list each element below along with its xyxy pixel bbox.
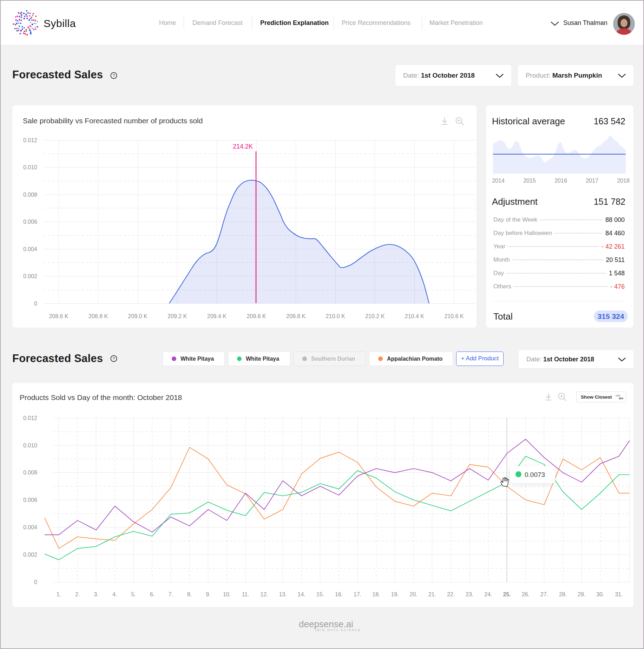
- svg-text:7.: 7.: [169, 591, 173, 597]
- svg-text:2018: 2018: [617, 178, 630, 184]
- svg-text:23.: 23.: [466, 591, 473, 597]
- svg-text:29.: 29.: [578, 591, 585, 597]
- svg-text:25.: 25.: [503, 591, 511, 597]
- svg-text:209.0 K: 209.0 K: [128, 313, 147, 319]
- svg-text:0: 0: [34, 579, 37, 585]
- svg-text:5.: 5.: [131, 591, 136, 597]
- svg-text:20.: 20.: [410, 591, 418, 597]
- svg-text:12.: 12.: [260, 591, 268, 597]
- svg-text:17.: 17.: [354, 591, 361, 597]
- svg-text:3.: 3.: [94, 591, 98, 597]
- svg-text:214.2K: 214.2K: [233, 143, 253, 150]
- svg-text:28.: 28.: [559, 591, 567, 597]
- svg-text:0.002: 0.002: [23, 273, 37, 279]
- svg-text:210.0 K: 210.0 K: [326, 313, 345, 319]
- svg-text:0.006: 0.006: [23, 497, 37, 503]
- svg-text:2014: 2014: [492, 178, 505, 184]
- svg-text:22.: 22.: [447, 591, 455, 597]
- svg-text:6.: 6.: [150, 591, 155, 597]
- svg-text:14.: 14.: [298, 591, 305, 597]
- svg-text:1.: 1.: [57, 591, 61, 597]
- svg-text:209.2 K: 209.2 K: [167, 313, 187, 319]
- svg-text:0.010: 0.010: [23, 164, 37, 170]
- svg-text:2015: 2015: [523, 178, 536, 184]
- svg-text:209.8 K: 209.8 K: [286, 313, 305, 319]
- svg-text:2016: 2016: [554, 178, 567, 184]
- svg-text:0.008: 0.008: [23, 470, 37, 476]
- svg-text:210.2 K: 210.2 K: [365, 313, 385, 319]
- svg-text:18.: 18.: [372, 591, 380, 597]
- svg-text:0.004: 0.004: [23, 246, 37, 252]
- svg-text:208.6 K: 208.6 K: [49, 313, 68, 319]
- svg-text:15.: 15.: [316, 591, 324, 597]
- svg-text:26.: 26.: [522, 591, 530, 597]
- svg-text:27.: 27.: [540, 591, 548, 597]
- svg-text:0.004: 0.004: [23, 524, 37, 530]
- svg-text:0.012: 0.012: [23, 137, 37, 143]
- svg-text:9.: 9.: [206, 591, 210, 597]
- svg-text:208.8 K: 208.8 K: [88, 313, 108, 319]
- svg-text:21.: 21.: [428, 591, 436, 597]
- svg-text:0.006: 0.006: [23, 219, 37, 225]
- svg-text:11.: 11.: [242, 591, 249, 597]
- svg-text:16.: 16.: [335, 591, 343, 597]
- svg-text:31.: 31.: [615, 591, 623, 597]
- svg-text:210.6 K: 210.6 K: [444, 313, 464, 319]
- svg-text:2017: 2017: [586, 178, 598, 184]
- svg-text:13.: 13.: [279, 591, 287, 597]
- svg-text:210.4 K: 210.4 K: [405, 313, 424, 319]
- svg-text:24.: 24.: [484, 591, 492, 597]
- svg-text:209.6 K: 209.6 K: [247, 313, 266, 319]
- svg-text:0: 0: [34, 301, 37, 307]
- svg-text:19.: 19.: [391, 591, 399, 597]
- svg-text:0.002: 0.002: [23, 552, 37, 558]
- svg-text:4.: 4.: [112, 591, 117, 597]
- svg-text:10.: 10.: [223, 591, 231, 597]
- svg-text:0.008: 0.008: [23, 192, 37, 198]
- svg-text:0.010: 0.010: [23, 442, 37, 448]
- svg-text:8.: 8.: [187, 591, 192, 597]
- svg-text:30.: 30.: [596, 591, 604, 597]
- svg-text:0.012: 0.012: [23, 415, 37, 421]
- svg-text:2.: 2.: [75, 591, 80, 597]
- svg-text:209.4 K: 209.4 K: [207, 313, 226, 319]
